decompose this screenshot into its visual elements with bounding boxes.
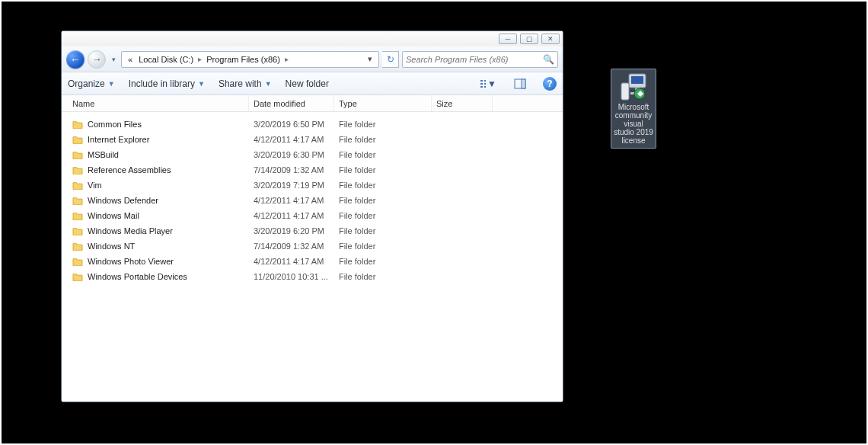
include-in-library-menu[interactable]: Include in library ▼: [129, 78, 205, 89]
column-header-size[interactable]: Size: [432, 95, 493, 111]
folder-icon: [72, 211, 83, 220]
newfolder-label: New folder: [286, 78, 329, 89]
chevron-right-icon: ▸: [196, 55, 203, 63]
file-list[interactable]: Common Files3/20/2019 6:50 PMFile folder…: [62, 112, 563, 402]
search-box[interactable]: 🔍: [402, 51, 558, 68]
row-name: Windows Defender: [88, 196, 158, 205]
cell-name: Vim: [68, 181, 249, 190]
breadcrumb-prefix: «: [125, 52, 136, 67]
chevron-down-icon: ▼: [487, 78, 496, 89]
svg-rect-7: [484, 80, 486, 82]
folder-icon: [72, 135, 83, 144]
cell-date: 3/20/2019 7:19 PM: [249, 181, 334, 190]
column-header-date[interactable]: Date modified: [249, 95, 334, 111]
table-row[interactable]: MSBuild3/20/2019 6:30 PMFile folder: [62, 147, 563, 162]
table-row[interactable]: Windows Photo Viewer4/12/2011 4:17 AMFil…: [62, 254, 563, 269]
chevron-down-icon: ▼: [198, 80, 205, 88]
nav-history-dropdown[interactable]: ▾: [109, 50, 118, 69]
cell-type: File folder: [334, 242, 432, 251]
preview-pane-icon: [514, 78, 526, 89]
cell-name: Common Files: [68, 120, 249, 129]
row-name: Windows Mail: [88, 211, 139, 220]
folder-icon: [72, 272, 83, 281]
column-header-type[interactable]: Type: [334, 95, 432, 111]
cell-date: 7/14/2009 1:32 AM: [249, 242, 334, 251]
chevron-down-icon: ▼: [265, 80, 272, 88]
folder-icon: [72, 150, 83, 159]
include-label: Include in library: [129, 78, 195, 89]
share-label: Share with: [219, 78, 262, 89]
preview-pane-button[interactable]: [511, 76, 529, 91]
table-row[interactable]: Windows Defender4/12/2011 4:17 AMFile fo…: [62, 193, 563, 208]
row-name: MSBuild: [88, 150, 119, 159]
table-row[interactable]: Windows Portable Devices11/20/2010 10:31…: [62, 269, 563, 284]
cell-name: Windows Portable Devices: [68, 272, 249, 281]
breadcrumb-part-1[interactable]: Program Files (x86): [203, 52, 283, 67]
table-row[interactable]: Reference Assemblies7/14/2009 1:32 AMFil…: [62, 162, 563, 178]
cell-name: Windows Media Player: [68, 226, 249, 235]
svg-rect-1: [631, 76, 643, 84]
share-with-menu[interactable]: Share with ▼: [219, 78, 272, 89]
cell-name: Reference Assemblies: [68, 165, 249, 174]
cell-type: File folder: [334, 211, 432, 220]
refresh-button[interactable]: ↻: [382, 51, 399, 68]
back-button[interactable]: ←: [66, 50, 85, 69]
cell-type: File folder: [334, 135, 432, 144]
folder-icon: [72, 226, 83, 235]
table-row[interactable]: Common Files3/20/2019 6:50 PMFile folder: [62, 117, 563, 132]
titlebar[interactable]: ─ ▢ ✕: [62, 31, 563, 46]
breadcrumb-part-0[interactable]: Local Disk (C:): [136, 52, 196, 67]
organize-menu[interactable]: Organize ▼: [68, 78, 115, 89]
table-row[interactable]: Windows Mail4/12/2011 4:17 AMFile folder: [62, 208, 563, 223]
close-button[interactable]: ✕: [541, 34, 560, 44]
chevron-down-icon: ▾: [112, 56, 116, 63]
desktop-shortcut[interactable]: Microsoft community visual studio 2019 l…: [611, 69, 656, 149]
chevron-right-icon: ▸: [283, 55, 290, 63]
installer-icon: [618, 72, 649, 101]
search-input[interactable]: [406, 55, 540, 64]
folder-icon: [72, 181, 83, 190]
cell-type: File folder: [334, 196, 432, 205]
table-row[interactable]: Windows NT7/14/2009 1:32 AMFile folder: [62, 239, 563, 254]
column-headers: Name Date modified Type Size: [62, 95, 563, 112]
column-header-name[interactable]: Name: [68, 95, 249, 111]
table-row[interactable]: Windows Media Player3/20/2019 6:20 PMFil…: [62, 223, 563, 239]
cell-date: 3/20/2019 6:50 PM: [249, 120, 334, 129]
table-row[interactable]: Vim3/20/2019 7:19 PMFile folder: [62, 178, 563, 193]
cell-type: File folder: [334, 165, 432, 174]
cell-name: Windows Photo Viewer: [68, 257, 249, 266]
cell-type: File folder: [334, 257, 432, 266]
desktop-shortcut-label: Microsoft community visual studio 2019 l…: [613, 103, 654, 145]
cell-date: 11/20/2010 10:31 ...: [249, 272, 334, 281]
maximize-button[interactable]: ▢: [520, 34, 538, 44]
cell-date: 4/12/2011 4:17 AM: [249, 211, 334, 220]
row-name: Reference Assemblies: [88, 165, 171, 174]
row-name: Windows Media Player: [88, 226, 173, 235]
row-name: Windows Portable Devices: [88, 272, 187, 281]
new-folder-button[interactable]: New folder: [286, 78, 329, 89]
cell-name: MSBuild: [68, 150, 249, 159]
minimize-button[interactable]: ─: [499, 34, 517, 44]
svg-rect-10: [480, 86, 483, 88]
cell-type: File folder: [334, 181, 432, 190]
folder-icon: [72, 165, 83, 174]
row-name: Internet Explorer: [88, 135, 149, 144]
breadcrumb[interactable]: « Local Disk (C:) ▸ Program Files (x86) …: [121, 51, 379, 68]
forward-button[interactable]: →: [88, 50, 106, 69]
view-icon: [480, 78, 486, 89]
navbar: ← → ▾ « Local Disk (C:) ▸ Program Files …: [62, 46, 563, 72]
folder-icon: [72, 242, 83, 251]
svg-rect-8: [480, 83, 483, 85]
breadcrumb-dropdown[interactable]: ▾: [365, 54, 375, 64]
svg-rect-6: [480, 80, 483, 82]
cell-type: File folder: [334, 150, 432, 159]
view-options-button[interactable]: ▼: [479, 76, 497, 91]
help-button[interactable]: ?: [543, 77, 557, 91]
cell-type: File folder: [334, 120, 432, 129]
organize-label: Organize: [68, 78, 105, 89]
folder-icon: [72, 120, 83, 129]
table-row[interactable]: Internet Explorer4/12/2011 4:17 AMFile f…: [62, 132, 563, 147]
row-name: Windows NT: [88, 242, 135, 251]
cell-date: 3/20/2019 6:20 PM: [249, 226, 334, 235]
svg-rect-11: [484, 86, 486, 88]
